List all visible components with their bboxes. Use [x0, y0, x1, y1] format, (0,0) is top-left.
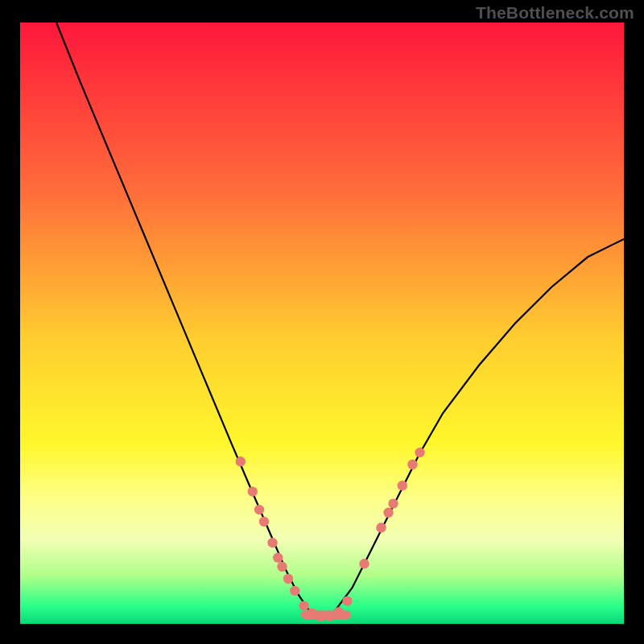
marker-dot [283, 574, 293, 584]
marker-dot [325, 611, 335, 621]
plot-background [20, 23, 624, 624]
marker-dot [273, 553, 283, 563]
marker-dot [376, 522, 386, 532]
marker-dot [259, 517, 269, 526]
marker-dot [299, 601, 308, 610]
marker-dot [415, 448, 424, 457]
marker-dot [236, 456, 246, 466]
marker-dot [383, 508, 393, 518]
marker-dot [277, 562, 287, 572]
marker-dot [342, 596, 352, 605]
marker-dot [388, 498, 398, 508]
marker-dot [267, 538, 277, 547]
marker-dot [398, 481, 407, 490]
marker-dot [359, 559, 369, 568]
marker-dot [316, 612, 325, 621]
marker-dot [307, 608, 316, 617]
marker-dot [248, 487, 258, 497]
marker-dot [254, 505, 264, 514]
watermark-text: TheBottleneck.com [476, 3, 634, 23]
chart-stage: TheBottleneck.com [0, 0, 644, 644]
bottleneck-chart [0, 0, 644, 644]
marker-dot [290, 586, 299, 596]
marker-dot [334, 607, 344, 617]
marker-dot [407, 460, 417, 469]
